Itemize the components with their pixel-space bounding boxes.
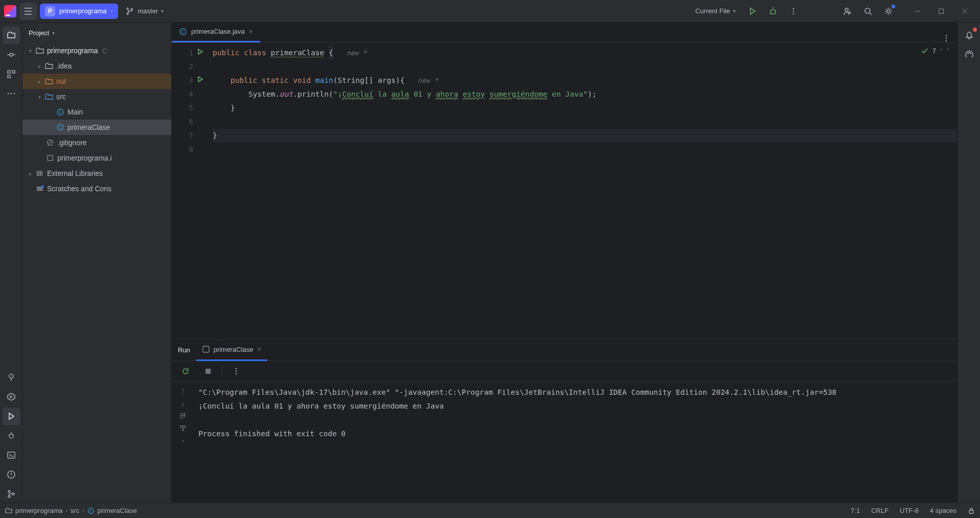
crumb-src[interactable]: src xyxy=(71,507,79,514)
project-panel-title: Project xyxy=(29,29,49,37)
code-content[interactable]: public class primeraClase { new * public… xyxy=(206,43,958,339)
terminal-tool-button[interactable] xyxy=(3,446,20,464)
editor-area: C primeraClase.java × 7 ˄ ˅ 1 2 3 4 5 6 … xyxy=(172,22,958,503)
run-console[interactable]: "C:\Program Files\Java\jdk-17\bin\java.e… xyxy=(194,381,958,503)
up-button[interactable]: ↑ xyxy=(181,387,185,394)
svg-rect-26 xyxy=(48,155,53,161)
code-editor[interactable]: 1 2 3 4 5 6 7 8 public class primeraClas… xyxy=(172,43,958,339)
more-actions-button[interactable] xyxy=(785,3,802,20)
tree-external-libs[interactable]: ▸ External Libraries xyxy=(22,166,171,181)
settings-button[interactable] xyxy=(880,3,897,20)
gutter[interactable]: 1 2 3 4 5 6 7 8 xyxy=(172,43,206,339)
minimize-button[interactable] xyxy=(906,3,929,20)
editor-tab[interactable]: C primeraClase.java × xyxy=(172,22,260,42)
more-tools-button[interactable] xyxy=(3,85,20,102)
svg-point-27 xyxy=(41,186,44,188)
run-config-tab[interactable]: primeraClase × xyxy=(196,340,268,361)
readonly-indicator[interactable] xyxy=(968,507,975,514)
svg-point-37 xyxy=(236,373,237,374)
run-panel: Run primeraClase × xyxy=(172,339,958,503)
run-line-icon[interactable] xyxy=(197,76,203,82)
svg-rect-7 xyxy=(939,9,944,13)
soft-wrap-button[interactable] xyxy=(179,412,187,419)
tree-path-extra: C: xyxy=(102,47,109,55)
tree-folder-out[interactable]: ▸ out xyxy=(22,74,171,89)
commit-tool-button[interactable] xyxy=(3,46,20,63)
run-tool-button[interactable] xyxy=(3,408,20,425)
svg-point-36 xyxy=(236,370,237,372)
debug-button[interactable] xyxy=(764,3,782,20)
right-tool-rail xyxy=(958,22,980,503)
svg-rect-40 xyxy=(969,510,973,513)
breadcrumb[interactable]: primerprograma › src › C primeraClase xyxy=(5,507,137,514)
search-button[interactable] xyxy=(859,3,877,20)
maximize-button[interactable] xyxy=(930,3,952,20)
notifications-button[interactable] xyxy=(961,27,978,44)
close-run-tab-button[interactable]: × xyxy=(257,345,261,353)
chevron-right-icon[interactable]: ▸ xyxy=(35,63,44,69)
project-panel-header[interactable]: Project ▾ xyxy=(22,22,171,43)
run-config-selector[interactable]: Current File ▾ xyxy=(690,4,741,19)
crumb-class[interactable]: primeraClase xyxy=(98,507,137,514)
tree-folder-idea[interactable]: ▸ .idea xyxy=(22,58,171,74)
down-button[interactable]: ↓ xyxy=(181,399,185,407)
close-tab-button[interactable]: × xyxy=(249,28,253,36)
svg-text:C: C xyxy=(181,29,185,34)
debug-tool-button[interactable] xyxy=(3,427,20,444)
stop-button[interactable] xyxy=(199,363,217,380)
run-line-icon[interactable] xyxy=(197,49,203,55)
folder-icon xyxy=(44,62,54,70)
crumb-project[interactable]: primerprograma xyxy=(15,507,62,514)
tree-class-main[interactable]: C Main xyxy=(22,104,171,120)
indent-indicator[interactable]: 4 spaces xyxy=(930,507,956,514)
tree-label: External Libraries xyxy=(47,169,103,177)
line-col-indicator[interactable]: 7:1 xyxy=(851,507,860,514)
tab-label: primeraClase.java xyxy=(191,28,245,35)
close-button[interactable] xyxy=(953,3,976,20)
module-icon xyxy=(5,508,12,514)
rerun-button[interactable] xyxy=(177,363,194,380)
project-tree[interactable]: ▾ primerprograma C: ▸ .idea ▸ out ▾ src xyxy=(22,43,171,503)
svg-point-5 xyxy=(865,8,870,13)
ai-assistant-button[interactable] xyxy=(961,46,978,63)
structure-tool-button[interactable] xyxy=(3,65,20,83)
services-tool-button[interactable] xyxy=(3,388,20,406)
class-icon: C xyxy=(87,507,95,514)
line-separator-indicator[interactable]: CRLF xyxy=(871,507,888,514)
tree-label: primerprograma.i xyxy=(57,154,112,162)
run-config-label: Current File xyxy=(695,7,730,15)
svg-point-0 xyxy=(771,9,776,14)
svg-point-12 xyxy=(7,93,9,95)
problems-tool-button[interactable] xyxy=(3,466,20,483)
tab-more-button[interactable] xyxy=(935,34,958,42)
tree-label: primerprograma xyxy=(47,47,98,55)
tree-iml[interactable]: primerprograma.i xyxy=(22,150,171,166)
tree-folder-src[interactable]: ▾ src xyxy=(22,89,171,104)
tree-gitignore[interactable]: .gitignore xyxy=(22,135,171,150)
chevron-right-icon[interactable]: ▸ xyxy=(35,79,44,84)
app-logo-icon xyxy=(4,5,16,17)
run-more-button[interactable] xyxy=(227,363,245,380)
scroll-to-end-button[interactable] xyxy=(179,424,187,432)
chevron-down-icon[interactable]: ▾ xyxy=(35,94,44,100)
window-controls xyxy=(906,3,976,20)
project-selector[interactable]: P primerprograma ▾ xyxy=(40,4,118,19)
encoding-indicator[interactable]: UTF-8 xyxy=(900,507,919,514)
svg-text:C: C xyxy=(89,509,93,513)
vcs-tool-button[interactable] xyxy=(3,485,20,503)
chevron-down-icon: ▾ xyxy=(110,8,113,14)
chevron-right-icon[interactable]: ▸ xyxy=(26,171,35,176)
chevron-down-icon[interactable]: ▾ xyxy=(26,48,35,54)
expand-button[interactable]: › xyxy=(182,437,184,444)
chevron-down-icon: ▾ xyxy=(161,8,164,14)
run-button[interactable] xyxy=(744,3,761,20)
tree-scratches[interactable]: ▸ Scratches and Cons xyxy=(22,181,171,196)
tree-class-primera[interactable]: C primeraClase xyxy=(22,120,171,135)
code-with-me-button[interactable] xyxy=(839,3,856,20)
main-menu-button[interactable] xyxy=(19,3,37,20)
git-branch-selector[interactable]: master ▾ xyxy=(121,4,169,19)
svg-point-8 xyxy=(10,53,13,56)
project-tool-button[interactable] xyxy=(3,27,20,44)
tree-root[interactable]: ▾ primerprograma C: xyxy=(22,43,171,58)
build-tool-button[interactable] xyxy=(3,369,20,386)
